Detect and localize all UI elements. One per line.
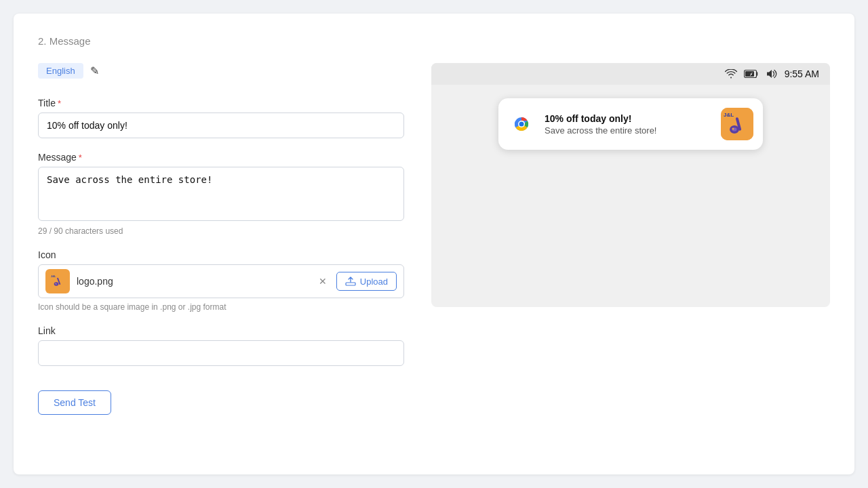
svg-point-19 bbox=[732, 128, 734, 130]
message-label: Message * bbox=[38, 152, 404, 163]
edit-icon[interactable]: ✎ bbox=[90, 64, 99, 77]
icon-label: Icon bbox=[38, 249, 404, 260]
sound-icon bbox=[766, 68, 778, 79]
language-row: English ✎ bbox=[38, 63, 404, 79]
title-label: Title * bbox=[38, 98, 404, 108]
app-logo-svg: J&L bbox=[721, 108, 753, 140]
phone-statusbar: 9:55 AM bbox=[431, 63, 830, 85]
app-icon-inner: J&L bbox=[721, 108, 753, 140]
notification-text: 10% off today only! Save across the enti… bbox=[545, 113, 711, 136]
link-label: Link bbox=[38, 325, 404, 336]
upload-label: Upload bbox=[360, 277, 388, 287]
left-panel: English ✎ Title * Message * Save across … bbox=[38, 63, 404, 415]
notification-message: Save across the entire store! bbox=[545, 125, 711, 136]
remove-icon-button[interactable]: ✕ bbox=[316, 274, 330, 288]
chrome-icon bbox=[508, 110, 535, 138]
title-required: * bbox=[58, 98, 61, 108]
logo-thumbnail-svg: J&L bbox=[50, 273, 66, 289]
phone-preview-panel: 9:55 AM bbox=[431, 63, 830, 307]
svg-rect-8 bbox=[745, 71, 754, 77]
section-title: 2. Message bbox=[38, 35, 830, 47]
link-input[interactable] bbox=[38, 340, 404, 366]
icon-field-group: Icon J&L logo.png ✕ bbox=[38, 249, 404, 312]
upload-button[interactable]: Upload bbox=[336, 272, 397, 291]
svg-point-13 bbox=[519, 122, 524, 127]
icon-filename: logo.png bbox=[77, 276, 309, 287]
battery-icon bbox=[744, 69, 759, 79]
icon-hint: Icon should be a square image in .png or… bbox=[38, 302, 404, 312]
icon-upload-row: J&L logo.png ✕ Up bbox=[38, 264, 404, 298]
main-card: 2. Message English ✎ Title * Message bbox=[14, 14, 854, 474]
phone-content: 10% off today only! Save across the enti… bbox=[431, 85, 830, 307]
notification-app-icon: J&L bbox=[721, 108, 753, 140]
svg-rect-6 bbox=[346, 283, 355, 285]
language-badge[interactable]: English bbox=[38, 63, 83, 79]
svg-text:J&L: J&L bbox=[724, 112, 734, 118]
wifi-icon bbox=[725, 69, 737, 79]
svg-point-5 bbox=[55, 283, 56, 284]
message-textarea[interactable]: Save across the entire store! bbox=[38, 167, 404, 221]
message-required: * bbox=[79, 152, 82, 163]
title-input[interactable] bbox=[38, 113, 404, 138]
content-row: English ✎ Title * Message * Save across … bbox=[38, 63, 830, 415]
char-count: 29 / 90 characters used bbox=[38, 226, 404, 236]
title-field-group: Title * bbox=[38, 98, 404, 138]
icon-thumbnail: J&L bbox=[45, 269, 70, 293]
svg-text:J&L: J&L bbox=[51, 274, 56, 278]
upload-icon bbox=[345, 276, 356, 287]
link-field-group: Link bbox=[38, 325, 404, 366]
notification-card: 10% off today only! Save across the enti… bbox=[498, 98, 763, 150]
status-time: 9:55 AM bbox=[785, 68, 819, 79]
notification-title: 10% off today only! bbox=[545, 113, 711, 124]
message-field-group: Message * Save across the entire store! … bbox=[38, 152, 404, 236]
send-test-button[interactable]: Send Test bbox=[38, 390, 111, 415]
